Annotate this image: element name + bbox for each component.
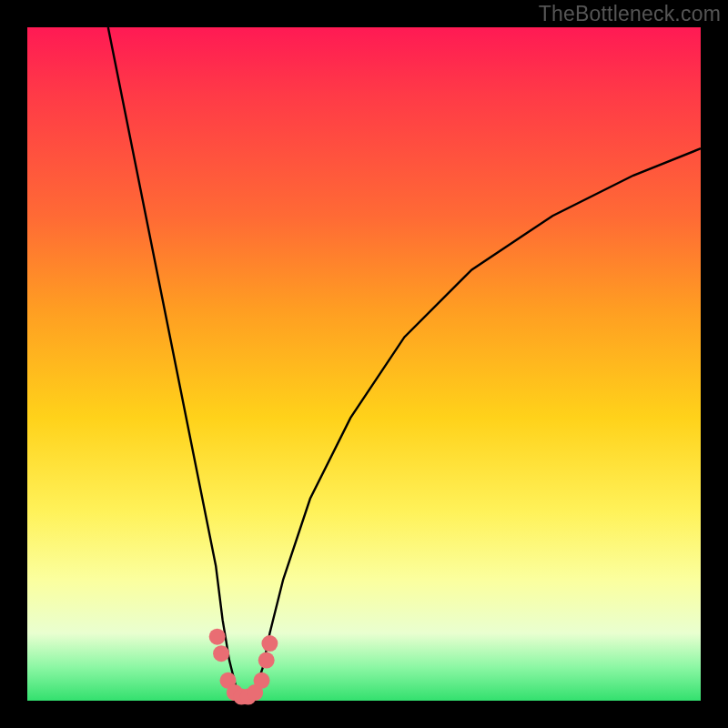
marker-dot — [209, 629, 226, 645]
marker-dot — [254, 672, 270, 689]
bottleneck-curve — [108, 27, 701, 697]
attribution-text: TheBottleneck.com — [539, 2, 721, 26]
chart-frame: TheBottleneck.com — [0, 0, 728, 728]
marker-dots — [209, 629, 278, 705]
curve-layer — [27, 27, 701, 701]
marker-dot — [213, 645, 229, 662]
marker-dot — [261, 635, 278, 652]
marker-dot — [258, 652, 275, 669]
plot-area — [27, 27, 701, 701]
